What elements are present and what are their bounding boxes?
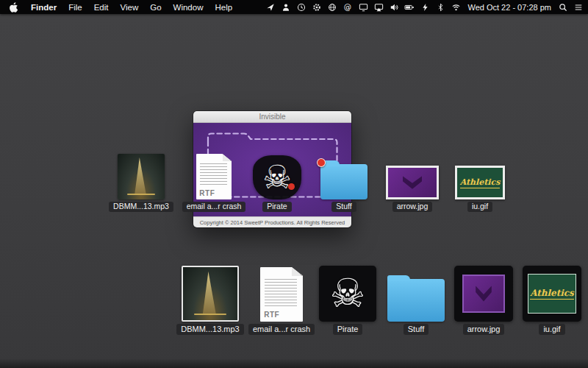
skull-icon: ☠ bbox=[330, 274, 365, 314]
rtf-badge: RTF bbox=[199, 189, 215, 197]
desktop-icon-mp3[interactable]: DBMM...13.mp3 bbox=[178, 261, 243, 335]
icon-label: Stuff bbox=[404, 324, 429, 335]
location-icon[interactable] bbox=[265, 2, 276, 13]
rtf-document-icon: RTF bbox=[196, 154, 232, 199]
menubar-clock[interactable]: Wed Oct 22 - 07:28 pm bbox=[466, 3, 553, 12]
rtf-badge: RTF bbox=[264, 311, 279, 319]
svg-text:@: @ bbox=[344, 3, 351, 11]
desktop-icon-rtf[interactable]: RTF email a...r crash bbox=[182, 151, 246, 212]
icon-label: DBMM...13.mp3 bbox=[176, 324, 243, 335]
icon-label: iu.gif bbox=[467, 202, 492, 212]
volume-icon[interactable] bbox=[389, 2, 399, 13]
desktop-icon-arrow-jpg[interactable]: arrow.jpg bbox=[380, 151, 445, 212]
arrow-image bbox=[462, 275, 505, 313]
image-tile bbox=[454, 266, 513, 322]
list-icon[interactable] bbox=[573, 2, 584, 13]
bluetooth-icon[interactable] bbox=[435, 2, 445, 13]
desktop-icon-rtf[interactable]: RTF email a...r crash bbox=[249, 261, 314, 335]
red-nose-dot bbox=[288, 183, 295, 190]
icon-label: Pirate bbox=[333, 324, 363, 335]
globe-icon[interactable] bbox=[327, 2, 337, 13]
window-footer: Copyright © 2014 SweetP Productions. All… bbox=[193, 216, 351, 227]
desktop-icon-stuff-folder[interactable]: Stuff bbox=[312, 151, 376, 212]
menu-window[interactable]: Window bbox=[173, 3, 204, 12]
icon-label: email a...r crash bbox=[182, 202, 246, 212]
copyright-text: Copyright © 2014 SweetP Productions. All… bbox=[200, 219, 345, 226]
airplay-icon[interactable] bbox=[373, 2, 384, 13]
menu-go[interactable]: Go bbox=[150, 3, 161, 12]
menu-file[interactable]: File bbox=[68, 3, 82, 12]
display-icon[interactable] bbox=[358, 2, 368, 13]
mp3-album-art bbox=[118, 154, 165, 199]
icon-label: DBMM...13.mp3 bbox=[109, 202, 173, 212]
image-tile: Athletics bbox=[523, 266, 581, 322]
icon-label: arrow.jpg bbox=[392, 202, 433, 212]
athletics-text: Athletics bbox=[460, 177, 501, 188]
athletics-image: Athletics bbox=[455, 166, 505, 199]
apple-menu-icon[interactable] bbox=[9, 2, 19, 13]
menu-view[interactable]: View bbox=[121, 3, 139, 12]
page-fold bbox=[292, 267, 303, 276]
desktop[interactable]: Invisible Copyright © 2014 SweetP Produc… bbox=[0, 14, 588, 368]
dock-hint bbox=[0, 358, 588, 368]
folder-icon bbox=[320, 164, 368, 199]
page-fold bbox=[223, 154, 232, 161]
icon-label: Stuff bbox=[331, 202, 356, 212]
wifi-icon[interactable] bbox=[451, 2, 461, 13]
desktop-icon-arrow-jpg[interactable]: arrow.jpg bbox=[451, 261, 516, 335]
icon-label: arrow.jpg bbox=[463, 324, 505, 335]
clock-icon[interactable] bbox=[296, 2, 306, 13]
menu-edit[interactable]: Edit bbox=[94, 3, 109, 12]
menu-help[interactable]: Help bbox=[215, 3, 232, 12]
battery-icon[interactable] bbox=[404, 2, 415, 13]
document-text-lines bbox=[265, 279, 297, 307]
pirate-art: ☠ bbox=[253, 155, 301, 199]
bolt-icon[interactable] bbox=[420, 2, 430, 13]
gear-icon[interactable] bbox=[312, 2, 322, 13]
mp3-album-art bbox=[182, 266, 239, 322]
document-text-lines bbox=[200, 163, 227, 187]
folder-icon bbox=[387, 279, 445, 322]
icon-label: email a...r crash bbox=[248, 324, 315, 335]
search-icon[interactable] bbox=[558, 2, 568, 13]
at-icon[interactable]: @ bbox=[343, 2, 353, 13]
desktop-icon-pirate[interactable]: ☠ Pirate bbox=[245, 151, 309, 212]
athletics-text: Athletics bbox=[530, 288, 574, 300]
user-icon[interactable] bbox=[281, 2, 291, 13]
desktop-icon-mp3[interactable]: DBMM...13.mp3 bbox=[109, 151, 173, 212]
skull-icon: ☠ bbox=[262, 161, 291, 194]
desktop-icon-stuff-folder[interactable]: Stuff bbox=[384, 261, 448, 335]
pirate-art: ☠ bbox=[319, 266, 376, 322]
arrow-image bbox=[386, 166, 439, 199]
menu-app-name[interactable]: Finder bbox=[31, 3, 57, 12]
desktop-icon-pirate[interactable]: ☠ Pirate bbox=[315, 261, 380, 335]
desktop-icon-iu-gif[interactable]: Athletics iu.gif bbox=[448, 151, 512, 212]
window-title-bar[interactable]: Invisible bbox=[193, 111, 351, 123]
window-title: Invisible bbox=[259, 113, 285, 121]
desktop-icon-iu-gif[interactable]: Athletics iu.gif bbox=[520, 261, 584, 335]
rtf-document-icon: RTF bbox=[260, 267, 303, 322]
red-badge bbox=[317, 158, 326, 167]
menu-bar: Finder File Edit View Go Window Help @ W… bbox=[0, 0, 588, 14]
athletics-image: Athletics bbox=[528, 274, 576, 314]
icon-label: Pirate bbox=[262, 202, 291, 212]
icon-label: iu.gif bbox=[539, 324, 564, 335]
